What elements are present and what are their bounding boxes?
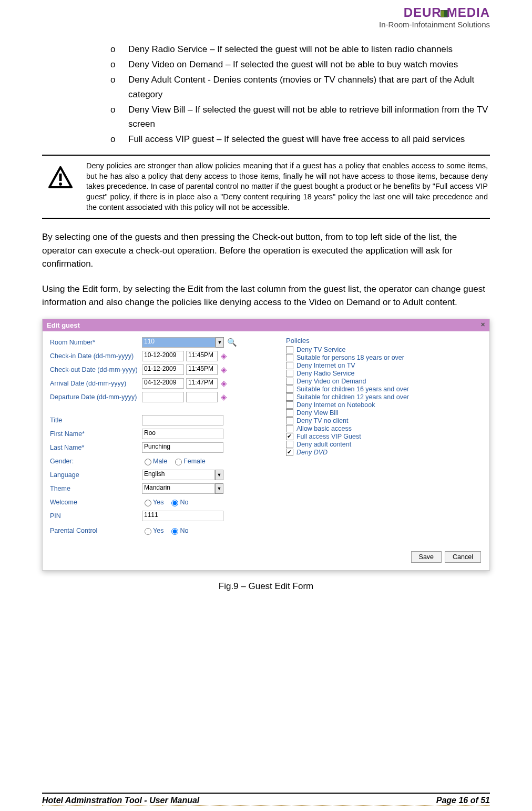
policy-label: Suitable for persons 18 years or over (296, 354, 404, 361)
warning-box: Deny policies are stronger than allow po… (42, 155, 490, 219)
policy-label: Deny View Bill (296, 409, 339, 417)
calendar-icon[interactable]: ◈ (221, 351, 227, 361)
policy-row: Deny TV no client (286, 417, 482, 424)
footer-right: Page 16 of 51 (436, 796, 490, 805)
policy-row: Deny View Bill (286, 409, 482, 417)
checkin-time-field[interactable]: 11:45PM (186, 351, 218, 361)
language-label: Language (50, 471, 142, 479)
gender-male-radio[interactable] (145, 459, 151, 465)
policy-label: Suitable for children 16 years and over (296, 386, 409, 393)
policy-checkbox[interactable] (286, 417, 293, 424)
paragraph: Using the Edit form, by selecting the Ed… (42, 282, 490, 309)
policy-checkbox[interactable] (286, 386, 293, 393)
checkin-date-field[interactable]: 10-12-2009 (142, 351, 184, 361)
policy-checkbox[interactable] (286, 378, 293, 385)
main-content: oDeny Radio Service – If selected the gu… (42, 42, 490, 592)
policy-row: Deny adult content (286, 441, 482, 448)
checkout-time-field[interactable]: 11:45PM (186, 364, 218, 375)
policy-row: Suitable for children 12 years and over (286, 393, 482, 401)
calendar-icon[interactable]: ◈ (221, 392, 227, 402)
firstname-label: First Name* (50, 430, 142, 438)
bullet-list: oDeny Radio Service – If selected the gu… (110, 42, 490, 146)
title-field[interactable] (142, 415, 223, 425)
logo: DEURMEDIA In-Room-Infotainment Solutions (379, 5, 490, 29)
policy-label: Allow basic access (296, 425, 352, 432)
policy-label: Suitable for children 12 years and over (296, 393, 409, 401)
policy-checkbox[interactable]: ✔ (286, 449, 293, 456)
policy-label: Deny Internet on TV (296, 362, 355, 369)
policy-row: ✔Full access VIP Guest (286, 433, 482, 440)
welcome-yes-radio[interactable] (145, 500, 151, 506)
policy-label: Full access VIP Guest (296, 433, 361, 440)
svg-point-2 (59, 183, 62, 186)
policy-row: Suitable for children 16 years and over (286, 386, 482, 393)
policy-label: Deny adult content (296, 441, 351, 448)
welcome-no-radio[interactable] (171, 500, 178, 506)
policy-row: Deny Internet on Notebook (286, 401, 482, 409)
logo-main: DEURMEDIA (379, 5, 490, 20)
departure-date-field[interactable] (142, 392, 184, 402)
gender-label: Gender: (50, 458, 142, 465)
pin-label: PIN (50, 512, 142, 520)
language-field[interactable]: English (142, 470, 215, 480)
departure-label: Departure Date (dd-mm-yyyy) (50, 393, 142, 401)
policy-label: Deny TV no client (296, 417, 348, 424)
dropdown-icon[interactable]: ▼ (216, 337, 224, 348)
room-field[interactable]: 110 (142, 337, 216, 348)
page-footer: Hotel Adminstration Tool - User Manual P… (42, 793, 490, 806)
policy-checkbox[interactable] (286, 393, 293, 401)
policy-row: Deny Video on Demand (286, 378, 482, 385)
policy-label: Deny TV Service (296, 346, 346, 353)
departure-time-field[interactable] (186, 392, 218, 402)
arrival-date-field[interactable]: 04-12-2009 (142, 378, 184, 389)
policy-checkbox[interactable]: ✔ (286, 433, 293, 440)
policy-checkbox[interactable] (286, 441, 293, 448)
dropdown-icon[interactable]: ▼ (215, 470, 223, 480)
room-label: Room Number* (50, 339, 142, 346)
paragraph: By selecting one of the guests and then … (42, 230, 490, 271)
parental-label: Parental Control (50, 527, 142, 534)
policies-title: Policies (286, 337, 482, 344)
lastname-field[interactable]: Punching (142, 442, 223, 453)
gender-female-radio[interactable] (175, 459, 182, 465)
list-item: oDeny Video on Demand – If selected the … (110, 57, 490, 72)
welcome-label: Welcome (50, 499, 142, 506)
warning-icon (48, 166, 73, 188)
dropdown-icon[interactable]: ▼ (215, 483, 223, 494)
policy-checkbox[interactable] (286, 409, 293, 417)
list-item: oDeny Radio Service – If selected the gu… (110, 42, 490, 56)
policy-label: Deny DVD (296, 449, 328, 456)
policy-checkbox[interactable] (286, 401, 293, 409)
policy-checkbox[interactable] (286, 425, 293, 432)
policy-checkbox[interactable] (286, 354, 293, 361)
list-item: oDeny View Bill – If selected the guest … (110, 103, 490, 131)
search-icon[interactable]: 🔍 (227, 338, 237, 347)
policy-row: Allow basic access (286, 425, 482, 432)
policy-label: Deny Video on Demand (296, 378, 366, 385)
theme-label: Theme (50, 485, 142, 492)
lastname-label: Last Name* (50, 444, 142, 451)
close-icon[interactable]: ✕ (480, 321, 485, 329)
pin-field[interactable]: 1111 (142, 511, 223, 521)
policy-checkbox[interactable] (286, 346, 293, 353)
firstname-field[interactable]: Roo (142, 429, 223, 439)
arrival-time-field[interactable]: 11:47PM (186, 378, 218, 389)
checkout-date-field[interactable]: 01-12-2009 (142, 364, 184, 375)
policy-row: Deny Radio Service (286, 370, 482, 377)
parental-yes-radio[interactable] (145, 528, 151, 535)
warning-text: Deny policies are stronger than allow po… (86, 159, 490, 215)
calendar-icon[interactable]: ◈ (221, 365, 227, 374)
save-button[interactable]: Save (411, 551, 442, 563)
policy-checkbox[interactable] (286, 362, 293, 369)
policy-checkbox[interactable] (286, 370, 293, 377)
footer-left: Hotel Adminstration Tool - User Manual (42, 796, 199, 805)
cancel-button[interactable]: Cancel (445, 551, 481, 563)
checkout-label: Check-out Date (dd-mm-yyyy) (50, 366, 142, 373)
policy-label: Deny Radio Service (296, 370, 354, 377)
theme-field[interactable]: Mandarin (142, 483, 215, 494)
parental-no-radio[interactable] (171, 528, 178, 535)
calendar-icon[interactable]: ◈ (221, 379, 227, 388)
list-item: o Full access VIP guest – If selected th… (110, 132, 490, 146)
policy-label: Deny Internet on Notebook (296, 401, 375, 409)
svg-rect-1 (59, 174, 62, 181)
